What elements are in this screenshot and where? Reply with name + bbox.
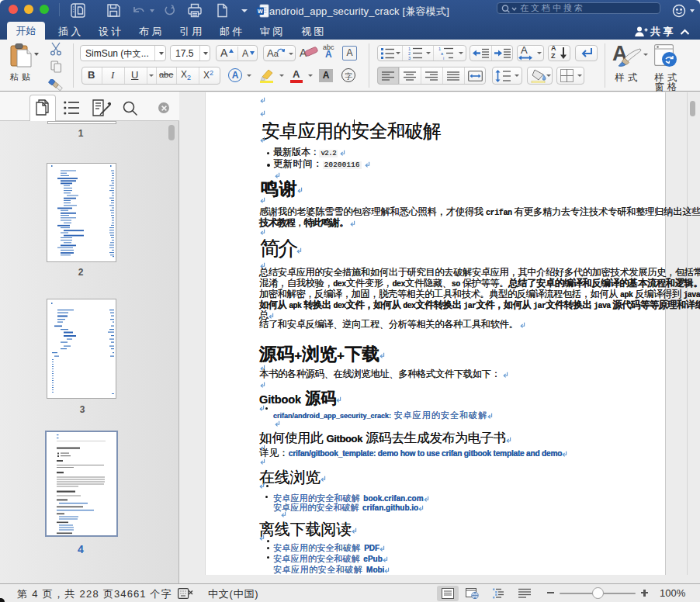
- svg-text:w: w: [257, 7, 263, 15]
- svg-text:i: i: [443, 56, 444, 60]
- svg-text:3: 3: [408, 56, 411, 60]
